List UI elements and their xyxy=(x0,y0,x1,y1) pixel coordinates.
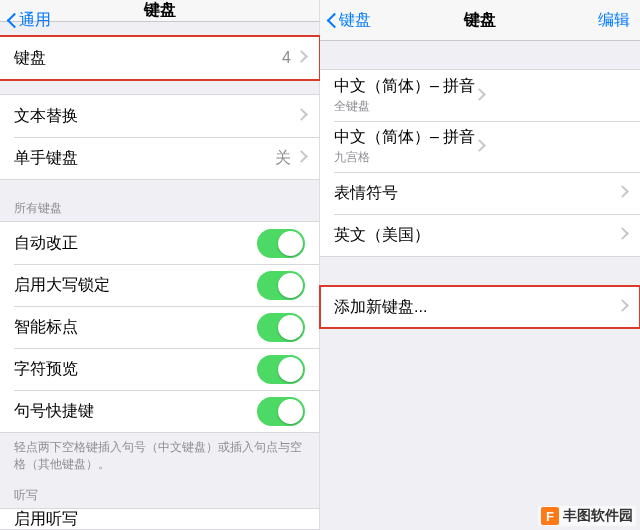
keyboard-title: 中文（简体）– 拼音 xyxy=(334,127,475,148)
keyboard-item[interactable]: 中文（简体）– 拼音 九宫格 xyxy=(320,121,640,172)
back-label: 通用 xyxy=(19,10,51,31)
chevron-left-icon xyxy=(326,12,337,30)
switch-on-icon[interactable] xyxy=(257,271,305,300)
switch-on-icon[interactable] xyxy=(257,397,305,426)
toggle-auto-correction[interactable]: 自动改正 xyxy=(0,222,319,264)
row-label: 智能标点 xyxy=(14,317,257,338)
right-panel: 键盘 键盘 编辑 中文（简体）– 拼音 全键盘 中文（简体）– 拼音 九宫格 xyxy=(320,0,640,530)
back-button[interactable]: 通用 xyxy=(6,0,51,41)
watermark-badge: F xyxy=(541,507,559,525)
keyboards-row[interactable]: 键盘 4 xyxy=(0,37,319,79)
toggle-caps-lock[interactable]: 启用大写锁定 xyxy=(0,264,319,306)
row-value: 4 xyxy=(282,49,291,67)
edit-label: 编辑 xyxy=(598,10,630,31)
chevron-right-icon xyxy=(297,152,305,164)
row-label: 自动改正 xyxy=(14,233,257,254)
toggle-period-shortcut[interactable]: 句号快捷键 xyxy=(0,390,319,432)
footer-note: 轻点两下空格键插入句号（中文键盘）或插入句点与空格（其他键盘）。 xyxy=(0,433,319,477)
row-label: 句号快捷键 xyxy=(14,401,257,422)
switch-on-icon[interactable] xyxy=(257,355,305,384)
navbar-right: 键盘 键盘 编辑 xyxy=(320,0,640,41)
switch-on-icon[interactable] xyxy=(257,313,305,342)
row-label: 键盘 xyxy=(14,48,282,69)
switch-on-icon[interactable] xyxy=(257,229,305,258)
row-value: 关 xyxy=(275,148,291,169)
keyboard-item[interactable]: 中文（简体）– 拼音 全键盘 xyxy=(320,70,640,121)
one-handed-keyboard-row[interactable]: 单手键盘 关 xyxy=(0,137,319,179)
keyboard-sub: 九宫格 xyxy=(334,149,475,166)
page-title: 键盘 xyxy=(464,10,496,31)
toggle-char-preview[interactable]: 字符预览 xyxy=(0,348,319,390)
section-header: 所有键盘 xyxy=(0,194,319,221)
row-label: 字符预览 xyxy=(14,359,257,380)
keyboard-title: 英文（美国） xyxy=(334,225,618,246)
chevron-right-icon xyxy=(618,187,626,199)
watermark: F 丰图软件园 xyxy=(538,506,636,526)
chevron-right-icon xyxy=(618,229,626,241)
chevron-left-icon xyxy=(6,12,17,30)
back-button[interactable]: 键盘 xyxy=(326,0,371,41)
chevron-right-icon xyxy=(618,301,626,313)
keyboard-item[interactable]: 英文（美国） xyxy=(320,214,640,256)
text-replacement-row[interactable]: 文本替换 xyxy=(0,95,319,137)
row-label: 添加新键盘... xyxy=(334,297,618,318)
chevron-right-icon xyxy=(297,110,305,122)
navbar-left: 通用 键盘 xyxy=(0,0,319,22)
row-label: 文本替换 xyxy=(14,106,297,127)
chevron-right-icon xyxy=(475,90,483,102)
chevron-right-icon xyxy=(475,141,483,153)
keyboard-item[interactable]: 表情符号 xyxy=(320,172,640,214)
add-keyboard-row[interactable]: 添加新键盘... xyxy=(320,286,640,328)
row-label: 启用大写锁定 xyxy=(14,275,257,296)
page-title: 键盘 xyxy=(144,0,176,21)
watermark-text: 丰图软件园 xyxy=(563,507,633,525)
left-panel: 通用 键盘 键盘 4 文本替换 单手键盘 关 所有键盘 xyxy=(0,0,320,530)
row-label: 启用听写 xyxy=(14,509,305,530)
section-header: 听写 xyxy=(0,481,319,508)
keyboard-title: 中文（简体）– 拼音 xyxy=(334,76,475,97)
edit-button[interactable]: 编辑 xyxy=(598,0,630,41)
keyboard-title: 表情符号 xyxy=(334,183,618,204)
keyboard-sub: 全键盘 xyxy=(334,98,475,115)
toggle-smart-punctuation[interactable]: 智能标点 xyxy=(0,306,319,348)
toggle-dictation[interactable]: 启用听写 xyxy=(0,509,319,529)
chevron-right-icon xyxy=(297,52,305,64)
row-label: 单手键盘 xyxy=(14,148,275,169)
back-label: 键盘 xyxy=(339,10,371,31)
